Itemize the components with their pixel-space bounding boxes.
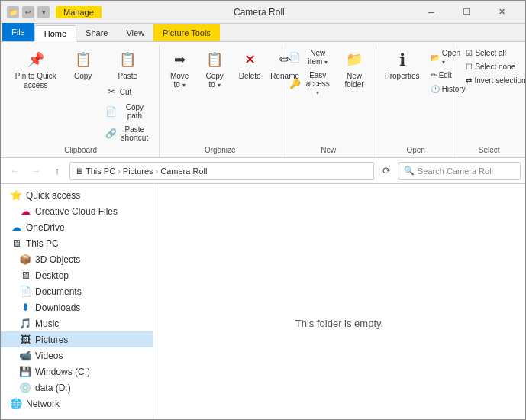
minimize-button[interactable]: ─ bbox=[414, 1, 449, 24]
sidebar-item-videos[interactable]: 📹 Videos bbox=[1, 347, 153, 363]
3d-objects-icon: 📦 bbox=[19, 254, 31, 265]
paste-shortcut-label: Paste shortcut bbox=[119, 125, 150, 142]
sidebar-item-desktop[interactable]: 🖥 Desktop bbox=[1, 267, 153, 283]
sidebar-item-pictures[interactable]: 🖼 Pictures bbox=[1, 331, 153, 347]
paste-group: 📋 Paste ✂ Cut 📄 Copy path 🔗 Paste shortc… bbox=[102, 47, 154, 144]
new-folder-button[interactable]: 📁 New folder bbox=[337, 47, 371, 91]
copy-label: Copy bbox=[74, 72, 92, 80]
copy-button[interactable]: 📋 Copy bbox=[66, 47, 100, 82]
new-group-label: New bbox=[286, 144, 371, 156]
copy-path-icon: 📄 bbox=[105, 105, 117, 118]
sidebar-item-onedrive[interactable]: ☁ OneDrive bbox=[1, 219, 153, 235]
cut-button[interactable]: ✂ Cut bbox=[102, 83, 154, 100]
paste-shortcut-button[interactable]: 🔗 Paste shortcut bbox=[102, 123, 154, 144]
network-label: Network bbox=[26, 399, 60, 409]
sidebar-item-music[interactable]: 🎵 Music bbox=[1, 315, 153, 331]
move-to-label: Move to ▾ bbox=[170, 72, 189, 89]
maximize-button[interactable]: ☐ bbox=[449, 1, 484, 24]
breadcrumb-camera-roll[interactable]: Camera Roll bbox=[160, 166, 207, 176]
select-none-button[interactable]: ☐ Select none bbox=[460, 60, 526, 73]
up-button[interactable]: ↑ bbox=[48, 162, 66, 180]
sidebar: ⭐ Quick access ☁ Creative Cloud Files ☁ … bbox=[1, 184, 153, 420]
ribbon-tab-bar: File Home Share View Picture Tools bbox=[1, 24, 525, 42]
search-icon: 🔍 bbox=[404, 166, 415, 176]
select-all-button[interactable]: ☑ Select all bbox=[460, 47, 526, 60]
easy-access-button[interactable]: 🔑 Easy access ▾ bbox=[286, 69, 336, 99]
sidebar-item-quick-access[interactable]: ⭐ Quick access bbox=[1, 187, 153, 203]
music-icon: 🎵 bbox=[19, 318, 31, 329]
tab-picture-tools[interactable]: Picture Tools bbox=[153, 24, 220, 41]
windows-c-label: Windows (C:) bbox=[35, 367, 90, 377]
copy-path-button[interactable]: 📄 Copy path bbox=[102, 101, 154, 122]
titlebar-down-icon[interactable]: ▾ bbox=[37, 6, 50, 18]
breadcrumb[interactable]: 🖥 This PC › Pictures › Camera Roll bbox=[69, 162, 374, 180]
sidebar-item-windows-c[interactable]: 💾 Windows (C:) bbox=[1, 363, 153, 380]
paste-label: Paste bbox=[118, 72, 138, 80]
new-item-button[interactable]: 📄 New item ▾ bbox=[286, 47, 336, 68]
breadcrumb-sep1: › bbox=[118, 166, 121, 176]
titlebar-undo-icon[interactable]: ↩ bbox=[22, 6, 34, 18]
forward-button[interactable]: → bbox=[27, 162, 45, 180]
videos-icon: 📹 bbox=[19, 350, 31, 361]
edit-icon: ✏ bbox=[431, 71, 437, 79]
onedrive-icon: ☁ bbox=[10, 221, 22, 233]
breadcrumb-pictures[interactable]: Pictures bbox=[123, 166, 153, 176]
ribbon-group-select: ☑ Select all ☐ Select none ⇄ Invert sele… bbox=[457, 45, 522, 157]
sidebar-item-network[interactable]: 🌐 Network bbox=[1, 396, 153, 412]
new-content: 📄 New item ▾ 🔑 Easy access ▾ 📁 New folde… bbox=[286, 47, 371, 144]
paste-button[interactable]: 📋 Paste bbox=[102, 47, 154, 82]
sidebar-item-downloads[interactable]: ⬇ Downloads bbox=[1, 299, 153, 315]
select-none-icon: ☐ bbox=[466, 63, 473, 71]
edit-label: Edit bbox=[439, 71, 452, 79]
copy-icon: 📋 bbox=[73, 49, 94, 70]
desktop-label: Desktop bbox=[35, 270, 69, 281]
creative-cloud-label: Creative Cloud Files bbox=[35, 206, 118, 217]
onedrive-label: OneDrive bbox=[26, 222, 65, 233]
sidebar-item-documents[interactable]: 📄 Documents bbox=[1, 283, 153, 299]
tab-share[interactable]: Share bbox=[76, 24, 117, 41]
tab-file[interactable]: File bbox=[2, 23, 34, 41]
breadcrumb-this-pc[interactable]: This PC bbox=[86, 166, 115, 176]
invert-selection-button[interactable]: ⇄ Invert selection bbox=[460, 74, 526, 87]
clipboard-group-label: Clipboard bbox=[7, 144, 154, 156]
manage-tab-header[interactable]: Manage bbox=[56, 6, 102, 18]
select-all-icon: ☑ bbox=[466, 49, 473, 57]
copy-to-label: Copy to ▾ bbox=[205, 72, 223, 89]
empty-folder-message: This folder is empty. bbox=[295, 318, 383, 329]
ribbon-group-organize: ➡ Move to ▾ 📋 Copy to ▾ ✕ Delete ✏ Renam… bbox=[160, 45, 282, 157]
move-to-icon: ➡ bbox=[169, 49, 190, 70]
select-all-label: Select all bbox=[475, 49, 506, 57]
move-to-button[interactable]: ➡ Move to ▾ bbox=[163, 47, 196, 91]
this-pc-icon: 🖥 bbox=[10, 237, 22, 249]
refresh-button[interactable]: ⟳ bbox=[377, 162, 395, 180]
sidebar-item-this-pc[interactable]: 🖥 This PC bbox=[1, 235, 153, 251]
close-button[interactable]: ✕ bbox=[484, 1, 519, 24]
select-none-label: Select none bbox=[475, 63, 515, 71]
back-button[interactable]: ← bbox=[5, 162, 24, 180]
music-label: Music bbox=[35, 318, 59, 329]
easy-access-icon: 🔑 bbox=[289, 78, 301, 90]
properties-button[interactable]: ℹ Properties bbox=[379, 47, 425, 84]
cut-icon: ✂ bbox=[105, 86, 118, 98]
search-box[interactable]: 🔍 Search Camera Roll bbox=[399, 162, 521, 180]
desktop-icon: 🖥 bbox=[19, 270, 31, 281]
select-group-label: Select bbox=[460, 144, 518, 156]
copy-to-button[interactable]: 📋 Copy to ▾ bbox=[198, 47, 231, 91]
address-bar: ← → ↑ 🖥 This PC › Pictures › Camera Roll… bbox=[1, 158, 525, 184]
3d-objects-label: 3D Objects bbox=[35, 254, 80, 265]
sidebar-item-3d-objects[interactable]: 📦 3D Objects bbox=[1, 251, 153, 267]
documents-label: Documents bbox=[35, 286, 82, 297]
pin-to-quick-access-button[interactable]: 📌 Pin to Quick access bbox=[7, 47, 65, 92]
delete-label: Delete bbox=[239, 72, 261, 80]
sidebar-item-data-d[interactable]: 💿 data (D:) bbox=[1, 380, 153, 396]
sidebar-item-creative-cloud[interactable]: ☁ Creative Cloud Files bbox=[1, 203, 153, 219]
ribbon-group-new: 📄 New item ▾ 🔑 Easy access ▾ 📁 New folde… bbox=[282, 45, 376, 157]
properties-icon: ℹ bbox=[399, 50, 405, 70]
main-area: ⭐ Quick access ☁ Creative Cloud Files ☁ … bbox=[1, 184, 525, 420]
tab-view[interactable]: View bbox=[117, 24, 153, 41]
delete-button[interactable]: ✕ Delete bbox=[233, 47, 266, 82]
new-item-label: New item ▾ bbox=[303, 49, 332, 66]
downloads-icon: ⬇ bbox=[19, 302, 31, 313]
tab-home[interactable]: Home bbox=[34, 25, 76, 42]
search-placeholder: Search Camera Roll bbox=[418, 166, 493, 176]
